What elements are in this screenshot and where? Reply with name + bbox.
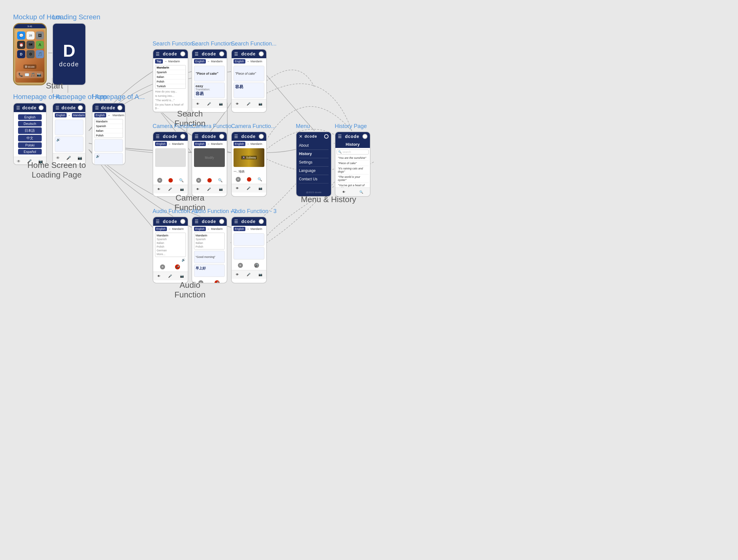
- output-area-2: 🔊: [55, 136, 83, 152]
- camera-func3-phone: ☰ dcode English → Mandarin 🚇 Subway 一. 地…: [231, 131, 267, 197]
- ios-icon-misc1: ⚙: [26, 50, 35, 58]
- menu-settings[interactable]: Settings: [299, 158, 329, 167]
- ios-icon-misc2: 🎵: [36, 50, 44, 58]
- logo-af3: dcode: [241, 219, 256, 224]
- cancel-btn-cf2[interactable]: ✕: [196, 178, 201, 183]
- menu-icon-cf3: ☰: [234, 134, 238, 139]
- search-func2-group: Search Function... ☰ dcode English → Man…: [192, 40, 237, 113]
- circle-3: [117, 105, 122, 110]
- logo-3: dcode: [101, 105, 115, 110]
- camera-func2-phone: ☰ dcode English → Mandarin Modify ✕ 🔍 👁 …: [192, 131, 227, 197]
- circle-af2: [219, 219, 224, 224]
- menu-phone: ✕ dcode About History Settings Language …: [296, 131, 332, 197]
- output-sf3: 容易: [234, 82, 264, 98]
- search-func3-phone: ☰ dcode English → Mandarin "Piece of cak…: [231, 49, 267, 113]
- ios-icon-dcode: D: [17, 50, 25, 58]
- ios-icon-appstore: A: [36, 41, 44, 49]
- section-start: Start: [23, 81, 86, 91]
- lang-spanish-1[interactable]: Español: [18, 149, 42, 155]
- history-page-group: History Page ☰ dcode History 🔍 search "Y…: [335, 123, 371, 197]
- menu-language[interactable]: Language: [299, 167, 329, 175]
- lang-chinese-1[interactable]: 中文: [18, 135, 42, 142]
- cancel-btn-af3[interactable]: ✕: [238, 263, 243, 268]
- ios-icon-maps: 🗺: [26, 41, 35, 49]
- lang-english-1[interactable]: English: [18, 114, 42, 120]
- logo-cf2: dcode: [202, 134, 216, 139]
- camera-func2-label: Camera Functio...: [192, 123, 236, 129]
- mockup-phone: 9:41 💬 28 🖼 📺 ⏰ 🗺 A 🎙 D ⚙ 🎵 📱: [13, 23, 47, 85]
- cancel-btn-cf1[interactable]: ✕: [157, 178, 162, 183]
- homepage-a2-phone: ☰ dcode English → Mandarin Mandarin Span…: [92, 103, 125, 165]
- menu-icon-sf3: ☰: [234, 51, 238, 56]
- connections-svg: [0, 0, 738, 560]
- search-func2-phone: ☰ dcode English → Mandarin "Piece of cak…: [192, 49, 227, 113]
- audio-func3-phone: ☰ dcode English → Mandarin ✕ 🎤 👁 🎤 📷: [231, 217, 267, 283]
- menu-icon-af2: ☰: [195, 219, 199, 224]
- logo-cf3: dcode: [241, 134, 256, 139]
- search-input-sf2[interactable]: "Piece of cake": [194, 66, 225, 81]
- circle-af1: [180, 219, 185, 224]
- record-btn-cf1[interactable]: [167, 177, 174, 184]
- menu-icon-sf2: ☰: [195, 51, 199, 56]
- ios-icon-messages: 💬: [17, 31, 25, 40]
- menu-icon-sf1: ☰: [156, 51, 160, 56]
- menu-label: Menu: [296, 123, 332, 129]
- cancel-btn-af1[interactable]: ✕: [160, 264, 165, 269]
- menu-history[interactable]: History: [299, 150, 329, 158]
- search-input-sf3[interactable]: "Piece of cake": [234, 66, 264, 81]
- logo-sf3: dcode: [241, 51, 256, 56]
- homepage-a1-phone: ☰ dcode English Deutsch 日本語 中文 Polski Es…: [13, 103, 47, 165]
- menu-about[interactable]: About: [299, 142, 329, 150]
- loading-big-d: D: [63, 41, 75, 61]
- menu-icon-3: ☰: [95, 105, 99, 110]
- loading-label: Loading Screen: [52, 13, 100, 21]
- text-area-2[interactable]: [55, 119, 83, 135]
- loading-dcode-text: dcode: [59, 61, 79, 68]
- camera-func1-group: Camera Functio... ☰ dcode English → Mand…: [152, 123, 197, 197]
- menu-close-btn[interactable]: ✕: [299, 134, 303, 139]
- search-func2-label: Search Function...: [192, 40, 237, 47]
- history-item-1: "You are the sunshine": [337, 156, 369, 161]
- circle-af3: [259, 219, 264, 224]
- lang-deutsch-1[interactable]: Deutsch: [18, 121, 42, 126]
- record-btn-cf3[interactable]: [246, 176, 252, 183]
- audio-func2-label: Audio Function - 2: [192, 208, 237, 215]
- lang-japanese-1[interactable]: 日本語: [18, 127, 42, 134]
- section-menu-history: Menu & History: [293, 195, 364, 204]
- audio-output-af3: [234, 247, 264, 259]
- circle-2: [78, 105, 83, 110]
- menu-contact[interactable]: Contact Us: [299, 175, 329, 184]
- history-item-2: "Piece of cake": [337, 161, 369, 166]
- camera-func1-label: Camera Functio...: [152, 123, 197, 129]
- menu-icon-cf1: ☰: [156, 134, 160, 139]
- text-area-3[interactable]: [94, 139, 123, 152]
- audio-input-af3[interactable]: [234, 233, 264, 246]
- cancel-btn-cf3[interactable]: ✕: [236, 177, 241, 182]
- camera-func3-group: Camera Functio... ☰ dcode English → Mand…: [231, 123, 276, 197]
- logo-cf1: dcode: [163, 134, 177, 139]
- camera-func3-label: Camera Functio...: [231, 123, 276, 129]
- audio-input-af2[interactable]: "Good morning": [194, 251, 225, 263]
- circle-1: [39, 105, 44, 110]
- circle-sf2: [219, 51, 224, 56]
- cam-icon-2: 📷: [77, 156, 82, 160]
- logo-hp: dcode: [345, 134, 359, 139]
- audio-func1-phone: ☰ dcode English → Mandarin Mandarin Span…: [152, 217, 189, 283]
- record-btn-cf2[interactable]: [207, 177, 213, 184]
- audio-func2-group: Audio Function - 2 ☰ dcode English → Man…: [192, 208, 237, 283]
- circle-hp: [362, 134, 367, 139]
- homepage-a2-label: Homepage of A...: [92, 93, 145, 101]
- section-home-loading: Home Screen to Loading Page: [13, 161, 100, 180]
- audio-func3-label: Audio Function - 3: [231, 208, 277, 215]
- logo-2: dcode: [61, 105, 76, 110]
- camera-preview-3: 🚇 Subway: [234, 148, 264, 167]
- output-sf2: easy Translation: 容易: [194, 82, 225, 98]
- lang-polish-1[interactable]: Polski: [18, 142, 42, 148]
- circle-cf1: [180, 134, 185, 139]
- mic-icon-2: 🎤: [66, 156, 71, 160]
- ios-icon-calendar: 28: [26, 31, 35, 40]
- menu-icon-2: ☰: [55, 105, 59, 110]
- circle-cf3: [259, 134, 264, 139]
- loading-phone: D dcode: [52, 23, 86, 85]
- menu-icon-1: ☰: [16, 105, 20, 110]
